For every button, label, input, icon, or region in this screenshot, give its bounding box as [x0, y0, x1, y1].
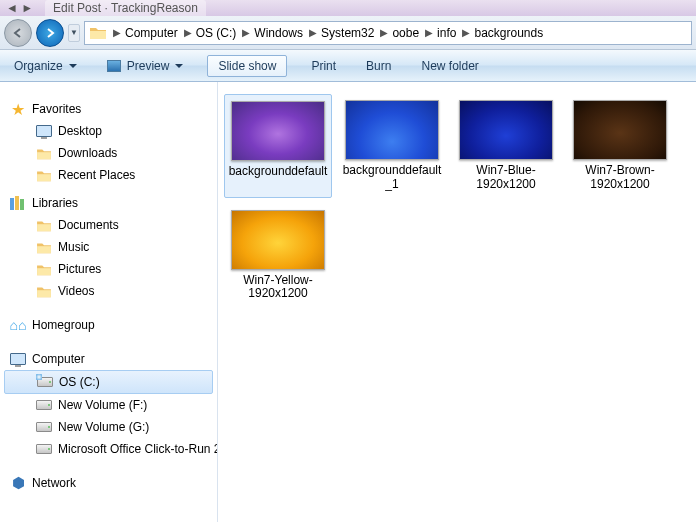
breadcrumb-segment[interactable]: ▶oobe [380, 26, 419, 40]
burn-button[interactable]: Burn [360, 57, 397, 75]
thumbnail [345, 100, 439, 160]
svg-rect-2 [20, 199, 24, 210]
folder-icon [89, 25, 107, 40]
thumbnail [459, 100, 553, 160]
tree-pictures[interactable]: Pictures [0, 258, 217, 280]
file-grid: backgrounddefault backgrounddefault_1 Wi… [218, 82, 696, 522]
thumbnail [573, 100, 667, 160]
file-item[interactable]: Win7-Yellow-1920x1200 [224, 204, 332, 308]
forward-button[interactable] [36, 19, 64, 47]
tree-music[interactable]: Music [0, 236, 217, 258]
breadcrumb-segment[interactable]: ▶System32 [309, 26, 374, 40]
breadcrumb-segment[interactable]: ▶Windows [242, 26, 303, 40]
breadcrumb-segment[interactable]: ▶OS (C:) [184, 26, 237, 40]
file-item[interactable]: Win7-Brown-1920x1200 [566, 94, 674, 198]
tree-desktop[interactable]: Desktop [0, 120, 217, 142]
breadcrumb-segment[interactable]: ▶backgrounds [462, 26, 543, 40]
slideshow-button[interactable]: Slide show [207, 55, 287, 77]
tree-favorites[interactable]: ★Favorites [0, 98, 217, 120]
tree-libraries[interactable]: Libraries [0, 192, 217, 214]
tree-drive-0[interactable]: OS (C:) [4, 370, 213, 394]
svg-rect-1 [15, 196, 19, 210]
browser-tab: Edit Post · TrackingReason [45, 0, 206, 16]
organize-button[interactable]: Organize [8, 57, 83, 75]
file-item[interactable]: Win7-Blue-1920x1200 [452, 94, 560, 198]
tree-videos[interactable]: Videos [0, 280, 217, 302]
address-bar[interactable]: ▶Computer▶OS (C:)▶Windows▶System32▶oobe▶… [84, 21, 692, 45]
tree-drive-2[interactable]: New Volume (G:) [0, 416, 217, 438]
new-folder-button[interactable]: New folder [415, 57, 484, 75]
tree-drive-3[interactable]: Microsoft Office Click-to-Run 201 [0, 438, 217, 460]
back-button[interactable] [4, 19, 32, 47]
svg-rect-0 [10, 198, 14, 210]
tree-documents[interactable]: Documents [0, 214, 217, 236]
file-label: Win7-Brown-1920x1200 [568, 164, 672, 192]
print-button[interactable]: Print [305, 57, 342, 75]
file-item[interactable]: backgrounddefault_1 [338, 94, 446, 198]
tree-computer[interactable]: Computer [0, 348, 217, 370]
tree-drive-1[interactable]: New Volume (F:) [0, 394, 217, 416]
file-label: backgrounddefault [229, 165, 328, 179]
file-label: Win7-Yellow-1920x1200 [226, 274, 330, 302]
file-label: backgrounddefault_1 [340, 164, 444, 192]
tree-network[interactable]: ⬢Network [0, 472, 217, 494]
breadcrumb-segment[interactable]: ▶Computer [113, 26, 178, 40]
thumbnail [231, 101, 325, 161]
nav-pane: ★FavoritesDesktopDownloadsRecent PlacesL… [0, 82, 218, 522]
thumbnail [231, 210, 325, 270]
tree-recent-places[interactable]: Recent Places [0, 164, 217, 186]
tree-downloads[interactable]: Downloads [0, 142, 217, 164]
tree-homegroup[interactable]: ⌂⌂Homegroup [0, 314, 217, 336]
breadcrumb-segment[interactable]: ▶info [425, 26, 456, 40]
history-dropdown[interactable]: ▼ [68, 24, 80, 42]
file-item[interactable]: backgrounddefault [224, 94, 332, 198]
file-label: Win7-Blue-1920x1200 [454, 164, 558, 192]
preview-button[interactable]: Preview [101, 57, 190, 75]
